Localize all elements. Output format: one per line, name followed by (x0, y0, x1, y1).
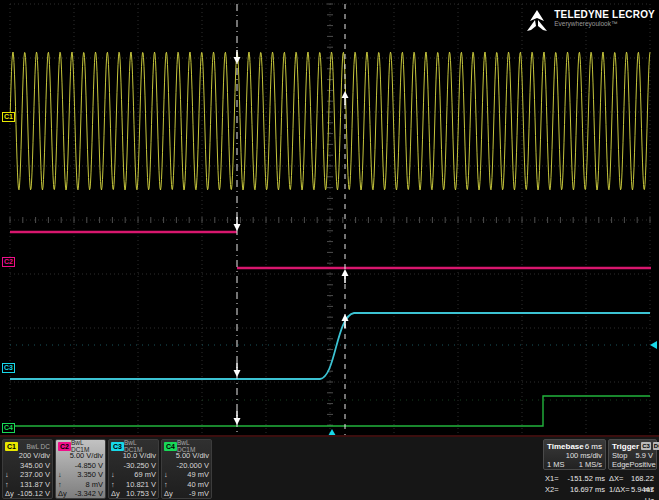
cursor-readout: X1= -151.52 ms ΔX= 168.22 ms X2= 16.697 … (545, 473, 657, 495)
dy-value-c2: -3.342 V (75, 489, 103, 499)
channel-zero-marker-c1[interactable]: C1 (2, 112, 15, 122)
timebase-delay: 6 ms (585, 442, 602, 451)
channel-zero-marker-c2[interactable]: C2 (2, 257, 15, 267)
brand-tagline: Everywhereyoulook™ (554, 20, 655, 28)
channel-badge-c2[interactable]: C2 (58, 442, 71, 451)
channel-descriptor-c3[interactable]: C3 BwL DC1M 10.0 V/div -30.250 V ↓69 mV … (108, 439, 159, 499)
x2-value: 16.697 ms (567, 484, 609, 500)
trigger-type: Edge (612, 460, 630, 469)
teledyne-mark-icon (524, 9, 550, 33)
channel-descriptor-c2[interactable]: C2 BwL DC1M 5.00 V/div -4.850 V ↓3.350 V… (55, 439, 106, 499)
trace-c3 (10, 313, 650, 379)
x1-arrow-icon: ↓ (5, 470, 9, 480)
vdiv-c1: 200 V/div (5, 451, 50, 461)
x1-value-c2: 3.350 V (77, 470, 103, 480)
offset-c4: -20.000 V (164, 461, 209, 471)
x2-value-c4: 40 mV (187, 480, 209, 490)
timebase-samples: 1 MS (547, 460, 565, 469)
offset-c1: 345.00 V (5, 461, 50, 471)
delta-y-icon: Δy (5, 489, 14, 499)
x2-arrow-icon: ↑ (111, 480, 115, 490)
channel-badge-c1[interactable]: C1 (5, 442, 18, 451)
trigger-slope: Positive (630, 460, 656, 469)
delta-y-icon: Δy (111, 489, 120, 499)
timebase-rate: 1 MS/s (579, 460, 602, 469)
cursor-arrow-up-icon (342, 91, 349, 98)
dy-value-c1: -105.12 V (17, 489, 50, 499)
waveform-display (0, 0, 659, 436)
trigger-level-marker-icon[interactable] (650, 341, 657, 349)
trigger-coupling-badge: DC (653, 442, 659, 450)
dy-value-c3: 10.753 V (126, 489, 156, 499)
trigger-box[interactable]: Trigger C3 DC Stop 5.9 V Edge Positive (608, 439, 657, 470)
inv-dx-value: 5.9447 Hz (631, 484, 658, 500)
timebase-box[interactable]: Timebase 6 ms 100 ms/div 1 MS 1 MS/s (543, 439, 606, 470)
x2-arrow-icon: ↑ (164, 480, 168, 490)
vdiv-c3: 10.0 V/div (111, 451, 156, 461)
cursor-arrow-down-icon (234, 418, 241, 425)
x2-label: X2= (545, 484, 567, 500)
trigger-source-badge: C3 (641, 442, 651, 450)
cursor-arrow-down-icon (234, 224, 241, 231)
brand-name: TELEDYNE LECROY (554, 9, 655, 20)
x2-value-c2: 8 mV (85, 480, 103, 490)
trigger-mode: Stop (612, 451, 627, 460)
x1-arrow-icon: ↓ (58, 470, 62, 480)
channel-descriptor-c1[interactable]: C1 BwL DC 200 V/div 345.00 V ↓237.00 V ↑… (2, 439, 53, 499)
x1-value-c1: 237.00 V (20, 470, 50, 480)
offset-c2: -4.850 V (58, 461, 103, 471)
timebase-scale: 100 ms/div (566, 451, 602, 460)
cursor-arrow-up-icon (342, 269, 349, 276)
x1-value-c4: 49 mV (187, 470, 209, 480)
cursor-arrow-down-icon (234, 370, 241, 377)
channel-zero-marker-c4[interactable]: C4 (2, 423, 15, 433)
vdiv-c4: 5.00 V/div (164, 451, 209, 461)
trigger-level: 5.9 V (635, 451, 653, 460)
vdiv-c2: 5.00 V/div (58, 451, 103, 461)
dy-value-c4: -9 mV (189, 489, 209, 499)
trigger-label: Trigger (612, 442, 639, 451)
coupling-c1: BwL DC (26, 443, 50, 450)
x1-arrow-icon: ↓ (111, 470, 115, 480)
channel-descriptor-c4[interactable]: C4 BwL DC1M 5.00 V/div -20.000 V ↓49 mV … (161, 439, 212, 499)
delta-y-icon: Δy (164, 489, 173, 499)
cursor-arrow-down-icon (234, 57, 241, 64)
status-panel: C1 BwL DC 200 V/div 345.00 V ↓237.00 V ↑… (0, 435, 659, 500)
channel-zero-marker-c3[interactable]: C3 (2, 363, 15, 373)
x2-arrow-icon: ↑ (58, 480, 62, 490)
offset-c3: -30.250 V (111, 461, 156, 471)
brand-logo: TELEDYNE LECROY Everywhereyoulook™ (524, 9, 655, 33)
x1-arrow-icon: ↓ (164, 470, 168, 480)
timebase-label: Timebase (547, 442, 584, 451)
x2-arrow-icon: ↑ (5, 480, 9, 490)
inv-dx-label: 1/ΔX= (609, 484, 631, 500)
channel-badge-c4[interactable]: C4 (164, 442, 177, 451)
channel-badge-c3[interactable]: C3 (111, 442, 124, 451)
oscilloscope-screen: C1C2C3C4 TELEDYNE LECROY Everywhereyoulo… (0, 0, 659, 500)
delta-y-icon: Δy (58, 489, 67, 499)
x1-value-c3: 69 mV (134, 470, 156, 480)
x2-value-c3: 10.821 V (126, 480, 156, 490)
x2-value-c1: 131.87 V (20, 480, 50, 490)
